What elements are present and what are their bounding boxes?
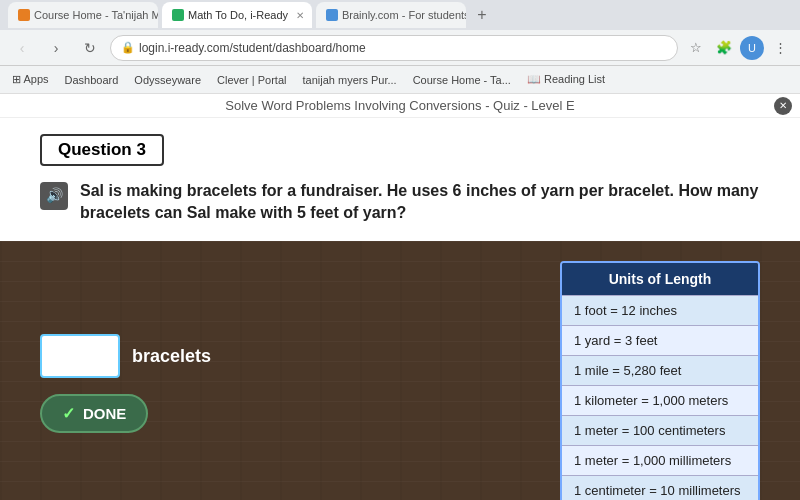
browser-title-bar: Course Home - Ta'nijah Myers ✕ Math To D… — [0, 0, 800, 30]
tab-favicon-math — [172, 9, 184, 21]
browser-toolbar: ‹ › ↻ 🔒 login.i-ready.com/student/dashbo… — [0, 30, 800, 66]
bookmark-course[interactable]: Course Home - Ta... — [409, 72, 515, 88]
bookmark-odysseyware[interactable]: Odysseyware — [130, 72, 205, 88]
tab-label-math: Math To Do, i-Ready — [188, 9, 288, 21]
address-text: login.i-ready.com/student/dashboard/home — [139, 41, 366, 55]
tab-course-home[interactable]: Course Home - Ta'nijah Myers ✕ — [8, 2, 158, 28]
bookmark-odysseyware-label: Odysseyware — [134, 74, 201, 86]
bookmark-dashboard[interactable]: Dashboard — [61, 72, 123, 88]
activity-area: bracelets ✓ DONE Units of Length 1 foot … — [0, 241, 800, 500]
extension-button[interactable]: 🧩 — [712, 36, 736, 60]
bookmark-dashboard-label: Dashboard — [65, 74, 119, 86]
question-text-area: 🔊 Sal is making bracelets for a fundrais… — [40, 180, 760, 225]
quiz-container: Solve Word Problems Involving Conversion… — [0, 94, 800, 500]
question-number: Question 3 — [40, 134, 164, 166]
ref-table-wrapper: Units of Length 1 foot = 12 inches 1 yar… — [560, 261, 760, 500]
tab-brainly[interactable]: Brainly.com - For students. By... ✕ — [316, 2, 466, 28]
bookmark-reading-label: 📖 Reading List — [527, 73, 605, 86]
speaker-button[interactable]: 🔊 — [40, 182, 68, 210]
reference-table: Units of Length 1 foot = 12 inches 1 yar… — [560, 261, 760, 500]
bookmark-clever[interactable]: Clever | Portal — [213, 72, 291, 88]
ref-table-row-3: 1 kilometer = 1,000 meters — [562, 385, 758, 415]
bookmark-apps-label: ⊞ Apps — [12, 73, 49, 86]
answer-section: bracelets ✓ DONE — [40, 334, 211, 433]
bookmark-tanijah-label: tanijah myers Pur... — [303, 74, 397, 86]
bookmark-apps[interactable]: ⊞ Apps — [8, 71, 53, 88]
forward-button[interactable]: › — [42, 34, 70, 62]
done-button-label: DONE — [83, 405, 126, 422]
done-button[interactable]: ✓ DONE — [40, 394, 148, 433]
tab-close-math[interactable]: ✕ — [296, 10, 304, 21]
address-bar[interactable]: 🔒 login.i-ready.com/student/dashboard/ho… — [110, 35, 678, 61]
question-text: Sal is making bracelets for a fundraiser… — [80, 180, 760, 225]
bookmark-course-label: Course Home - Ta... — [413, 74, 511, 86]
ref-table-row-2: 1 mile = 5,280 feet — [562, 355, 758, 385]
quiz-close-button[interactable]: ✕ — [774, 97, 792, 115]
done-check-icon: ✓ — [62, 404, 75, 423]
ref-table-header: Units of Length — [562, 263, 758, 295]
back-button[interactable]: ‹ — [8, 34, 36, 62]
answer-input-box[interactable] — [40, 334, 120, 378]
bookmark-reading[interactable]: 📖 Reading List — [523, 71, 609, 88]
new-tab-button[interactable]: + — [470, 3, 494, 27]
answer-input-row: bracelets — [40, 334, 211, 378]
menu-button[interactable]: ⋮ — [768, 36, 792, 60]
quiz-title-text: Solve Word Problems Involving Conversion… — [225, 98, 574, 113]
bookmark-clever-label: Clever | Portal — [217, 74, 287, 86]
profile-button[interactable]: U — [740, 36, 764, 60]
answer-label: bracelets — [132, 346, 211, 367]
ref-table-row-6: 1 centimeter = 10 millimeters — [562, 475, 758, 500]
tab-label-course: Course Home - Ta'nijah Myers — [34, 9, 158, 21]
question-area: Question 3 🔊 Sal is making bracelets for… — [0, 118, 800, 241]
browser-chrome: Course Home - Ta'nijah Myers ✕ Math To D… — [0, 0, 800, 94]
ref-table-row-5: 1 meter = 1,000 millimeters — [562, 445, 758, 475]
tab-favicon-brainly — [326, 9, 338, 21]
tab-label-brainly: Brainly.com - For students. By... — [342, 9, 466, 21]
bookmark-tanijah[interactable]: tanijah myers Pur... — [299, 72, 401, 88]
tab-favicon-course — [18, 9, 30, 21]
bookmarks-bar: ⊞ Apps Dashboard Odysseyware Clever | Po… — [0, 66, 800, 94]
speaker-icon: 🔊 — [46, 186, 63, 206]
ref-table-row-4: 1 meter = 100 centimeters — [562, 415, 758, 445]
star-button[interactable]: ☆ — [684, 36, 708, 60]
browser-actions: ☆ 🧩 U ⋮ — [684, 36, 792, 60]
ref-table-row-0: 1 foot = 12 inches — [562, 295, 758, 325]
ref-table-row-1: 1 yard = 3 feet — [562, 325, 758, 355]
quiz-title-bar: Solve Word Problems Involving Conversion… — [0, 94, 800, 118]
refresh-button[interactable]: ↻ — [76, 34, 104, 62]
tab-math[interactable]: Math To Do, i-Ready ✕ — [162, 2, 312, 28]
lock-icon: 🔒 — [121, 41, 135, 54]
